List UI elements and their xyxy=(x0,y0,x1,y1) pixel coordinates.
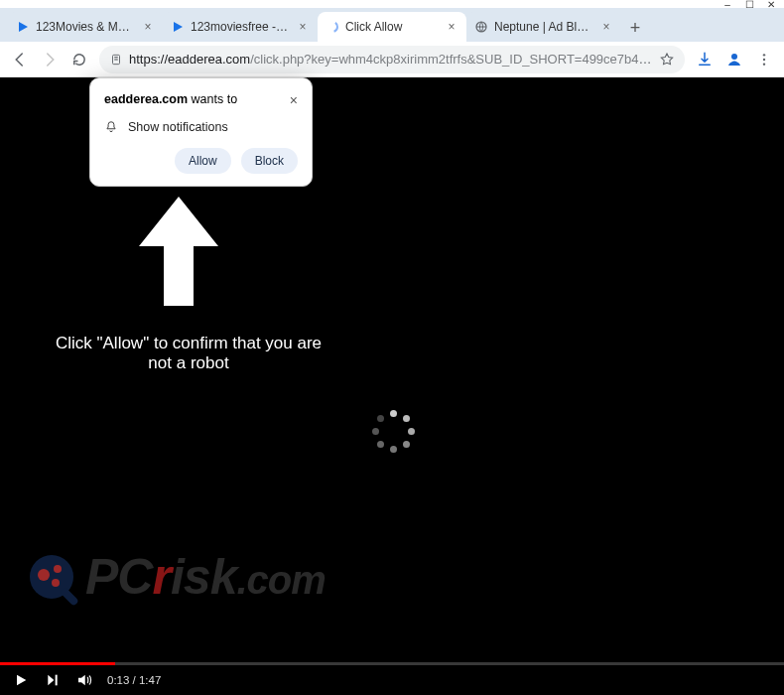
instruction-text: Click "Allow" to confirm that you are no… xyxy=(50,334,327,373)
downloads-button[interactable] xyxy=(695,50,715,70)
tab-title: Neptune | Ad Blocker xyxy=(494,20,593,34)
address-bar[interactable]: https://eadderea.com/click.php?key=whm4c… xyxy=(99,46,685,73)
tab-strip: 123Movies & Movies123 – W… × 123moviesfr… xyxy=(0,8,784,42)
permission-line: Show notifications xyxy=(128,120,228,134)
svg-point-10 xyxy=(763,63,765,65)
svg-point-7 xyxy=(731,54,737,60)
window-titlebar: – ☐ ✕ xyxy=(0,0,784,8)
url-text: https://eadderea.com/click.php?key=whm4c… xyxy=(129,52,653,67)
tab-title: 123Movies & Movies123 – W… xyxy=(36,20,135,34)
tab-title: Click Allow xyxy=(345,20,439,34)
svg-marker-11 xyxy=(17,675,26,686)
tab-2-active[interactable]: Click Allow × xyxy=(318,12,466,42)
window-close-button[interactable]: ✕ xyxy=(766,0,776,9)
svg-point-9 xyxy=(763,58,765,60)
tab-3[interactable]: Neptune | Ad Blocker × xyxy=(466,12,621,42)
allow-button[interactable]: Allow xyxy=(175,148,231,174)
arrow-up-icon xyxy=(134,197,223,306)
playback-time: 0:13 / 1:47 xyxy=(107,674,161,686)
more-menu-button[interactable] xyxy=(754,50,774,70)
tab-0[interactable]: 123Movies & Movies123 – W… × xyxy=(8,12,163,42)
permission-domain: eadderea.com xyxy=(104,92,188,106)
maximize-glyph: ☐ xyxy=(745,0,754,10)
window-maximize-button[interactable]: ☐ xyxy=(744,0,754,9)
loading-spinner-icon xyxy=(372,410,416,454)
svg-point-2 xyxy=(327,22,337,32)
back-button[interactable] xyxy=(10,50,30,70)
wm-pc: PC xyxy=(85,549,152,605)
window-minimize-button[interactable]: – xyxy=(722,0,732,9)
volume-button[interactable] xyxy=(75,671,93,689)
play-triangle-icon xyxy=(171,20,185,34)
url-domain: eadderea.com xyxy=(168,52,250,67)
next-button[interactable] xyxy=(44,671,62,689)
svg-marker-1 xyxy=(174,22,183,32)
watermark: PCrisk.com xyxy=(30,548,326,606)
permission-close-button[interactable]: × xyxy=(290,92,298,108)
svg-rect-13 xyxy=(56,675,58,686)
bookmark-star-icon[interactable] xyxy=(659,52,675,68)
svg-point-8 xyxy=(763,54,765,56)
permission-origin: eadderea.com wants to xyxy=(104,92,237,108)
tab-close-icon[interactable]: × xyxy=(599,20,613,34)
url-path: /click.php?key=whm4ckp8xirimm2tfrfs&SUB_… xyxy=(250,52,653,67)
page-content: eadderea.com wants to × Show notificatio… xyxy=(0,77,784,695)
watermark-text: PCrisk.com xyxy=(85,548,326,606)
tab-close-icon[interactable]: × xyxy=(141,20,155,34)
close-glyph: ✕ xyxy=(767,0,775,10)
svg-rect-6 xyxy=(114,59,118,60)
site-info-icon[interactable] xyxy=(109,53,123,67)
svg-marker-12 xyxy=(48,675,54,686)
tab-1[interactable]: 123moviesfree - Watch Free F… × xyxy=(163,12,318,42)
permission-wants-to: wants to xyxy=(188,92,237,106)
tab-close-icon[interactable]: × xyxy=(296,20,310,34)
tab-close-icon[interactable]: × xyxy=(445,20,458,34)
bell-icon xyxy=(104,120,118,134)
wm-dotcom: .com xyxy=(236,558,325,602)
notification-permission-prompt: eadderea.com wants to × Show notificatio… xyxy=(89,77,313,187)
svg-marker-0 xyxy=(19,22,28,32)
toolbar: https://eadderea.com/click.php?key=whm4c… xyxy=(0,42,784,77)
url-protocol: https:// xyxy=(129,52,168,67)
new-tab-button[interactable]: + xyxy=(621,14,649,42)
wm-r: r xyxy=(152,549,170,605)
profile-button[interactable] xyxy=(724,50,744,70)
globe-icon xyxy=(474,20,488,34)
svg-rect-5 xyxy=(114,57,118,58)
block-button[interactable]: Block xyxy=(241,148,298,174)
tab-title: 123moviesfree - Watch Free F… xyxy=(191,20,290,34)
plus-icon: + xyxy=(630,18,641,39)
magnifier-icon xyxy=(30,555,73,599)
play-button[interactable] xyxy=(12,671,30,689)
reload-button[interactable] xyxy=(69,50,89,70)
spinner-small-icon xyxy=(326,20,339,34)
minimize-glyph: – xyxy=(724,0,730,10)
wm-isk: isk xyxy=(171,549,237,605)
player-controls: 0:13 / 1:47 xyxy=(0,665,784,695)
forward-button[interactable] xyxy=(40,50,60,70)
play-triangle-icon xyxy=(16,20,30,34)
